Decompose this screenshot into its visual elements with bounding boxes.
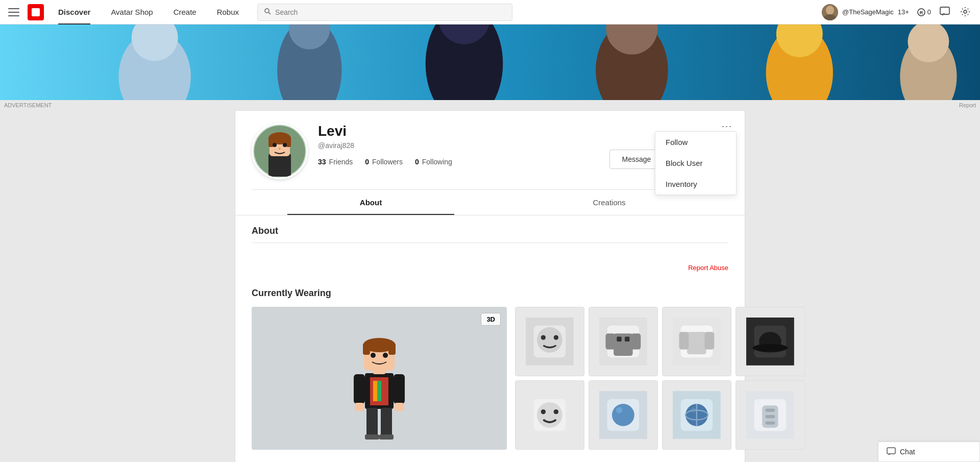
profile-card: ··· Follow Block User Inventory bbox=[235, 110, 745, 215]
currently-wearing-section: Currently Wearing 3D bbox=[235, 280, 745, 462]
nav-create[interactable]: Create bbox=[163, 0, 207, 25]
robux-amount: 0 bbox=[927, 8, 931, 16]
search-bar[interactable] bbox=[257, 4, 512, 21]
svg-point-30 bbox=[273, 143, 277, 147]
svg-rect-43 bbox=[381, 408, 392, 437]
profile-stats: 33 Friends 0 Followers 0 Following bbox=[318, 158, 599, 166]
chat-bar[interactable]: Chat bbox=[878, 442, 980, 462]
svg-rect-38 bbox=[354, 374, 365, 404]
svg-rect-69 bbox=[705, 332, 715, 349]
search-icon bbox=[264, 8, 271, 16]
svg-point-78 bbox=[541, 409, 546, 414]
svg-rect-67 bbox=[687, 332, 706, 354]
tab-about[interactable]: About bbox=[252, 190, 490, 215]
svg-point-32 bbox=[279, 148, 281, 150]
advertisement-text: ADVERTISEMENT bbox=[4, 102, 52, 108]
report-abuse-link[interactable]: Report Abuse bbox=[688, 264, 728, 272]
svg-point-74 bbox=[753, 344, 788, 352]
svg-point-55 bbox=[537, 327, 562, 353]
nav-avatar bbox=[822, 4, 838, 20]
svg-rect-45 bbox=[379, 434, 394, 440]
inventory-item-1[interactable] bbox=[515, 307, 584, 376]
profile-avatar bbox=[252, 123, 308, 179]
following-label: Following bbox=[422, 158, 452, 166]
page-outer: Discover Avatar Shop Create Robux bbox=[0, 0, 980, 462]
main-content: ··· Follow Block User Inventory bbox=[0, 110, 980, 462]
followers-stat[interactable]: 0 Followers bbox=[365, 158, 403, 166]
nav-avatar-shop[interactable]: Avatar Shop bbox=[101, 0, 163, 25]
svg-rect-68 bbox=[679, 332, 689, 349]
svg-point-77 bbox=[537, 402, 562, 428]
about-title: About bbox=[252, 226, 728, 236]
inventory-item-3[interactable] bbox=[662, 307, 731, 376]
settings-nav-icon[interactable] bbox=[960, 6, 972, 18]
svg-rect-95 bbox=[766, 421, 775, 424]
profile-outer: ··· Follow Block User Inventory bbox=[235, 110, 745, 462]
inventory-item-2[interactable] bbox=[589, 307, 658, 376]
ad-banner-container: ADVERTISEMENT Report bbox=[0, 25, 980, 110]
report-ad-link[interactable]: Report bbox=[959, 102, 976, 108]
avatar-3d-view: 3D bbox=[252, 307, 507, 450]
nav-robux[interactable]: Robux bbox=[207, 0, 249, 25]
about-section: About bbox=[235, 215, 745, 259]
friends-count: 33 bbox=[318, 158, 326, 166]
svg-rect-25 bbox=[268, 154, 291, 177]
currently-wearing-title: Currently Wearing bbox=[252, 288, 728, 299]
dropdown-follow[interactable]: Follow bbox=[655, 132, 736, 153]
chat-icon bbox=[887, 447, 896, 456]
nav-left: Discover Avatar Shop Create Robux bbox=[8, 0, 249, 25]
about-divider bbox=[252, 242, 728, 243]
dropdown-inventory[interactable]: Inventory bbox=[655, 174, 736, 194]
svg-rect-63 bbox=[617, 337, 621, 342]
nav-age-badge: 13+ bbox=[898, 8, 909, 16]
ad-banner bbox=[0, 25, 980, 100]
friends-stat[interactable]: 33 Friends bbox=[318, 158, 353, 166]
svg-point-49 bbox=[383, 353, 388, 358]
nav-discover[interactable]: Discover bbox=[48, 0, 101, 25]
svg-rect-0 bbox=[32, 8, 40, 16]
robux-display[interactable]: R 0 bbox=[917, 8, 931, 16]
svg-rect-42 bbox=[366, 408, 378, 437]
svg-point-1 bbox=[265, 9, 269, 13]
svg-point-79 bbox=[554, 409, 558, 414]
search-input[interactable] bbox=[275, 8, 506, 16]
nav-username: @TheSageMagic bbox=[842, 8, 894, 16]
report-abuse-row: Report Abuse bbox=[235, 259, 745, 280]
user-profile-nav[interactable]: @TheSageMagic 13+ bbox=[822, 4, 909, 20]
svg-rect-39 bbox=[394, 374, 405, 404]
inventory-item-7[interactable] bbox=[662, 380, 731, 450]
chat-nav-icon[interactable] bbox=[939, 6, 951, 18]
ad-characters bbox=[0, 25, 980, 100]
inventory-item-6[interactable] bbox=[589, 380, 658, 450]
hamburger-menu-icon[interactable] bbox=[8, 8, 19, 16]
svg-rect-44 bbox=[365, 434, 379, 440]
ad-label-row: ADVERTISEMENT Report bbox=[0, 100, 980, 110]
items-grid bbox=[515, 307, 728, 450]
inventory-item-5[interactable] bbox=[515, 380, 584, 450]
svg-rect-41 bbox=[395, 403, 404, 411]
svg-rect-36 bbox=[373, 381, 377, 401]
svg-rect-51 bbox=[363, 344, 370, 355]
svg-line-2 bbox=[269, 13, 271, 15]
svg-rect-93 bbox=[766, 408, 775, 411]
svg-point-4 bbox=[826, 6, 834, 15]
roblox-logo[interactable] bbox=[28, 4, 44, 20]
svg-point-89 bbox=[691, 408, 696, 412]
svg-rect-8 bbox=[940, 7, 949, 14]
nav-links: Discover Avatar Shop Create Robux bbox=[48, 0, 249, 25]
svg-rect-61 bbox=[606, 333, 616, 349]
followers-label: Followers bbox=[372, 158, 403, 166]
dropdown-block-user[interactable]: Block User bbox=[655, 153, 736, 174]
inventory-item-4[interactable] bbox=[736, 307, 805, 376]
inventory-item-8[interactable] bbox=[736, 380, 805, 450]
svg-rect-37 bbox=[377, 381, 381, 401]
following-stat[interactable]: 0 Following bbox=[415, 158, 452, 166]
friends-label: Friends bbox=[329, 158, 353, 166]
svg-point-9 bbox=[964, 10, 967, 13]
nav-right: @TheSageMagic 13+ R 0 bbox=[822, 4, 972, 20]
content-area: About Report Abuse Currently Wearing 3D bbox=[235, 215, 745, 462]
svg-point-31 bbox=[283, 143, 287, 147]
svg-rect-40 bbox=[355, 403, 364, 411]
toggle-3d-button[interactable]: 3D bbox=[481, 313, 501, 326]
profile-info: Levi @aviraj828 33 Friends 0 Followers bbox=[318, 123, 599, 174]
